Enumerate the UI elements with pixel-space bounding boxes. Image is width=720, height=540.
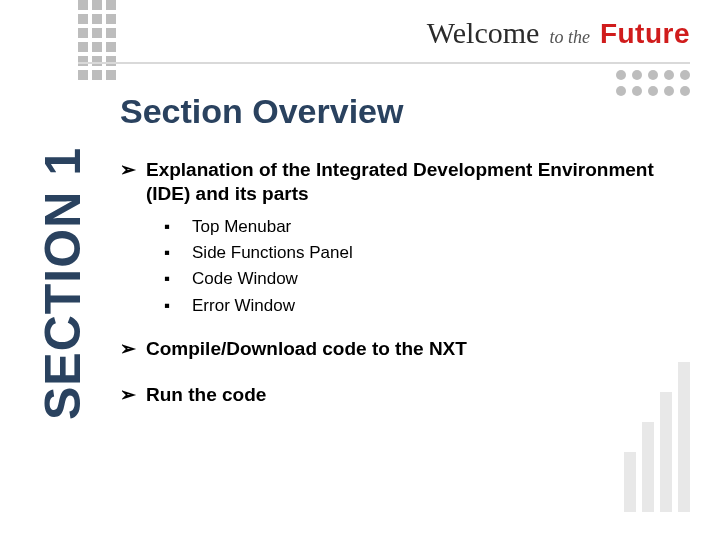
bullet-l2: ▪ Code Window bbox=[164, 266, 690, 292]
header-divider bbox=[78, 62, 690, 64]
brand-tothe: to the bbox=[549, 27, 590, 48]
brand-welcome: Welcome bbox=[427, 16, 540, 50]
arrow-icon: ➢ bbox=[120, 337, 136, 361]
content-body: ➢ Explanation of the Integrated Developm… bbox=[120, 158, 690, 414]
bullet-l1-text: Run the code bbox=[146, 383, 266, 407]
decorative-dots-top-right bbox=[616, 70, 690, 96]
bullet-l2-text: Error Window bbox=[192, 293, 295, 319]
section-label-vertical: SECTION 1 bbox=[34, 147, 92, 420]
bullet-l2: ▪ Top Menubar bbox=[164, 214, 690, 240]
decorative-bars-bottom-right bbox=[624, 362, 690, 512]
page-title: Section Overview bbox=[120, 92, 403, 131]
slide: Welcome to the Future Section Overview S… bbox=[0, 0, 720, 540]
arrow-icon: ➢ bbox=[120, 383, 136, 407]
square-icon: ▪ bbox=[164, 293, 170, 319]
decorative-grid-top-left bbox=[78, 0, 116, 80]
square-icon: ▪ bbox=[164, 240, 170, 266]
bullet-l1: ➢ Compile/Download code to the NXT bbox=[120, 337, 690, 361]
brand-future: Future bbox=[600, 18, 690, 50]
square-icon: ▪ bbox=[164, 214, 170, 240]
bullet-l1-text: Explanation of the Integrated Developmen… bbox=[146, 158, 690, 206]
sublist: ▪ Top Menubar ▪ Side Functions Panel ▪ C… bbox=[164, 214, 690, 319]
bullet-l2-text: Code Window bbox=[192, 266, 298, 292]
brand-header: Welcome to the Future bbox=[427, 16, 690, 50]
bullet-l2: ▪ Error Window bbox=[164, 293, 690, 319]
arrow-icon: ➢ bbox=[120, 158, 136, 206]
square-icon: ▪ bbox=[164, 266, 170, 292]
bullet-l1: ➢ Explanation of the Integrated Developm… bbox=[120, 158, 690, 206]
bullet-l1-text: Compile/Download code to the NXT bbox=[146, 337, 467, 361]
bullet-l2-text: Top Menubar bbox=[192, 214, 291, 240]
bullet-l2-text: Side Functions Panel bbox=[192, 240, 353, 266]
bullet-l2: ▪ Side Functions Panel bbox=[164, 240, 690, 266]
bullet-l1: ➢ Run the code bbox=[120, 383, 690, 407]
